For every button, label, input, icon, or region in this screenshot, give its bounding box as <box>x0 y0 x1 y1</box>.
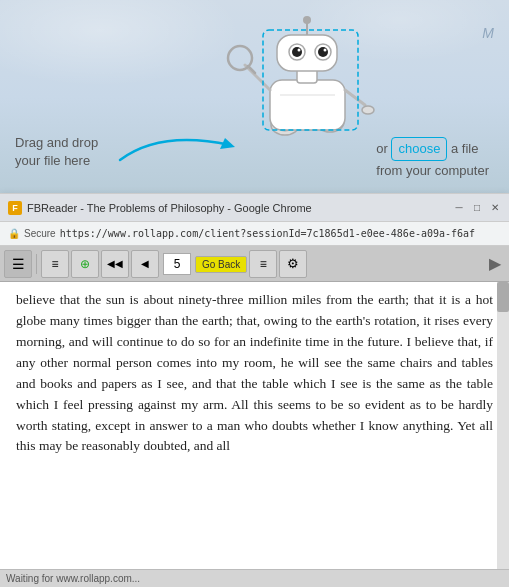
bookmark-button[interactable]: ⊕ <box>71 250 99 278</box>
drag-label-line1: Drag and drop <box>15 134 98 152</box>
watermark-m: M <box>482 25 494 41</box>
next-nav-button[interactable]: ▶ <box>485 250 505 278</box>
svg-point-18 <box>323 49 326 52</box>
go-back-button[interactable]: Go Back <box>195 256 247 273</box>
arrow-indicator <box>110 125 240 165</box>
layout-button[interactable]: ≡ <box>249 250 277 278</box>
favicon-letter: F <box>12 203 18 213</box>
book-text: believe that the sun is about ninety-thr… <box>16 292 493 453</box>
svg-line-9 <box>345 90 365 105</box>
layout-icon: ≡ <box>260 257 267 271</box>
settings-button[interactable]: ⚙ <box>279 250 307 278</box>
browser-statusbar: Waiting for www.rollapp.com... <box>0 569 509 587</box>
status-text: Waiting for www.rollapp.com... <box>6 573 140 584</box>
drag-drop-text: Drag and drop your file here <box>15 134 98 170</box>
close-button[interactable]: ✕ <box>489 202 501 214</box>
svg-point-14 <box>292 47 302 57</box>
page-number-input[interactable] <box>163 253 191 275</box>
browser-titlebar: F FBReader - The Problems of Philosophy … <box>0 194 509 222</box>
choose-button[interactable]: choose <box>391 137 447 161</box>
prev-page-button[interactable]: ◀ <box>131 250 159 278</box>
scroll-thumb[interactable] <box>497 282 509 312</box>
go-back-container: Go Back <box>195 254 247 273</box>
menu-button[interactable]: ☰ <box>4 250 32 278</box>
svg-rect-4 <box>270 80 345 130</box>
page-input-area <box>163 253 191 275</box>
svg-point-15 <box>297 49 300 52</box>
drag-label-line2: your file here <box>15 152 98 170</box>
svg-line-6 <box>245 65 270 90</box>
browser-addressbar: 🔒 Secure https://www.rollapp.com/client?… <box>0 222 509 246</box>
first-page-icon: ◀◀ <box>107 258 123 269</box>
browser-window-controls: ─ □ ✕ <box>453 202 501 214</box>
svg-point-17 <box>318 47 328 57</box>
a-file-text: a file <box>451 141 478 156</box>
restore-button[interactable]: □ <box>471 202 483 214</box>
menu-icon: ☰ <box>12 256 25 272</box>
settings-icon: ⚙ <box>287 256 299 271</box>
browser-tab-title: FBReader - The Problems of Philosophy - … <box>27 202 453 214</box>
contents-button[interactable]: ≡ <box>41 250 69 278</box>
svg-point-20 <box>303 16 311 24</box>
minimize-button[interactable]: ─ <box>453 202 465 214</box>
browser-favicon: F <box>8 201 22 215</box>
bookmark-icon: ⊕ <box>80 257 90 271</box>
toolbar-separator-1 <box>36 254 37 274</box>
upload-area[interactable]: M <box>0 0 509 195</box>
contents-icon: ≡ <box>51 257 58 271</box>
svg-point-10 <box>362 106 374 114</box>
robot-illustration <box>225 10 385 140</box>
scrollbar[interactable] <box>497 282 509 570</box>
prev-page-icon: ◀ <box>141 258 149 269</box>
browser-window: F FBReader - The Problems of Philosophy … <box>0 193 509 587</box>
secure-label: Secure <box>24 228 56 239</box>
address-url[interactable]: https://www.rollapp.com/client?sessionId… <box>60 228 475 239</box>
browser-toolbar: ☰ ≡ ⊕ ◀◀ ◀ Go Back ≡ ⚙ ▶ <box>0 246 509 282</box>
choose-file-area: or choose a file from your computer <box>376 137 489 180</box>
first-page-button[interactable]: ◀◀ <box>101 250 129 278</box>
lock-icon: 🔒 <box>8 228 20 239</box>
browser-content: believe that the sun is about ninety-thr… <box>0 282 509 570</box>
or-text: or <box>376 141 388 156</box>
from-computer-text: from your computer <box>376 163 489 178</box>
